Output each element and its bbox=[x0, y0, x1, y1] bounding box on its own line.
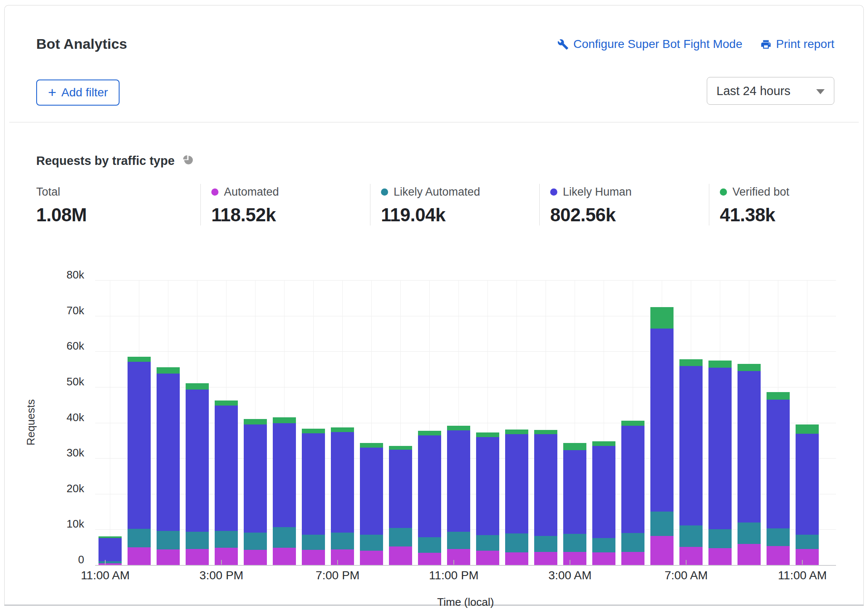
bar-segment-verified-bot[interactable] bbox=[505, 430, 528, 434]
bar-segment-likely-automated[interactable] bbox=[738, 522, 761, 544]
bar-segment-likely-human[interactable] bbox=[128, 362, 151, 529]
bar-segment-likely-automated[interactable] bbox=[331, 533, 354, 549]
bar-segment-likely-human[interactable] bbox=[302, 433, 325, 535]
bar-segment-automated[interactable] bbox=[592, 552, 615, 565]
bar-segment-automated[interactable] bbox=[563, 552, 586, 565]
stat-automated[interactable]: Automated118.52k bbox=[200, 184, 370, 225]
bar-segment-verified-bot[interactable] bbox=[592, 441, 615, 446]
bar-4-00-pm[interactable] bbox=[244, 419, 267, 565]
bar-segment-likely-human[interactable] bbox=[621, 426, 644, 533]
bar-segment-verified-bot[interactable] bbox=[273, 417, 296, 423]
bar-segment-automated[interactable] bbox=[505, 552, 528, 565]
bar-segment-likely-automated[interactable] bbox=[157, 531, 180, 549]
bar-segment-likely-human[interactable] bbox=[679, 366, 703, 525]
bar-segment-likely-human[interactable] bbox=[186, 390, 209, 532]
bar-2-00-am[interactable] bbox=[534, 430, 557, 565]
bar-segment-verified-bot[interactable] bbox=[796, 424, 819, 434]
bar-segment-verified-bot[interactable] bbox=[418, 431, 441, 435]
bar-1-00-am[interactable] bbox=[505, 430, 528, 565]
bar-segment-likely-human[interactable] bbox=[331, 432, 354, 533]
bar-segment-automated[interactable] bbox=[796, 549, 819, 565]
bar-segment-automated[interactable] bbox=[650, 536, 674, 565]
bar-segment-likely-automated[interactable] bbox=[244, 533, 267, 550]
bar-segment-verified-bot[interactable] bbox=[476, 432, 499, 437]
bar-segment-automated[interactable] bbox=[389, 546, 412, 565]
bar-segment-likely-automated[interactable] bbox=[476, 535, 499, 551]
bar-segment-likely-automated[interactable] bbox=[767, 528, 790, 546]
bar-11-00-am[interactable] bbox=[99, 536, 122, 565]
bar-segment-automated[interactable] bbox=[360, 551, 383, 565]
bar-3-00-am[interactable] bbox=[563, 443, 586, 565]
bar-segment-automated[interactable] bbox=[418, 553, 441, 565]
bar-segment-likely-automated[interactable] bbox=[128, 529, 151, 547]
bar-segment-automated[interactable] bbox=[215, 548, 238, 565]
bar-segment-verified-bot[interactable] bbox=[708, 361, 732, 368]
bar-segment-likely-human[interactable] bbox=[767, 400, 790, 528]
bar-segment-verified-bot[interactable] bbox=[534, 430, 557, 434]
bar-segment-likely-automated[interactable] bbox=[302, 535, 325, 550]
bar-segment-verified-bot[interactable] bbox=[331, 427, 354, 432]
configure-super-bot-fight-mode-link[interactable]: Configure Super Bot Fight Mode bbox=[557, 37, 743, 51]
print-report-link[interactable]: Print report bbox=[760, 37, 835, 51]
bar-5-00-pm[interactable] bbox=[273, 417, 296, 565]
bar-segment-verified-bot[interactable] bbox=[650, 307, 674, 329]
bar-segment-verified-bot[interactable] bbox=[302, 429, 325, 433]
bar-4-00-am[interactable] bbox=[592, 441, 615, 565]
bar-segment-verified-bot[interactable] bbox=[215, 400, 238, 406]
bar-segment-likely-human[interactable] bbox=[592, 446, 615, 538]
bar-segment-automated[interactable] bbox=[302, 550, 325, 565]
bar-segment-likely-automated[interactable] bbox=[796, 535, 819, 549]
bar-segment-verified-bot[interactable] bbox=[389, 446, 412, 450]
bar-segment-likely-human[interactable] bbox=[505, 434, 528, 533]
bar-segment-verified-bot[interactable] bbox=[186, 383, 209, 389]
bar-segment-likely-human[interactable] bbox=[476, 437, 499, 535]
bar-segment-likely-human[interactable] bbox=[796, 434, 819, 535]
bar-segment-automated[interactable] bbox=[621, 552, 644, 565]
stat-likely-automated[interactable]: Likely Automated119.04k bbox=[370, 184, 539, 225]
bar-segment-likely-human[interactable] bbox=[273, 423, 296, 527]
bar-1-00-pm[interactable] bbox=[157, 367, 180, 565]
bar-6-00-pm[interactable] bbox=[302, 429, 325, 565]
bar-segment-likely-automated[interactable] bbox=[273, 527, 296, 548]
bar-segment-automated[interactable] bbox=[128, 547, 151, 565]
bar-segment-automated[interactable] bbox=[186, 549, 209, 565]
bar-segment-likely-human[interactable] bbox=[650, 329, 674, 512]
bar-segment-likely-automated[interactable] bbox=[679, 525, 703, 547]
bar-7-00-pm[interactable] bbox=[331, 427, 354, 565]
bar-9-00-pm[interactable] bbox=[389, 446, 412, 565]
bar-segment-automated[interactable] bbox=[738, 544, 761, 565]
bar-7-00-am[interactable] bbox=[679, 359, 703, 565]
bar-segment-automated[interactable] bbox=[447, 549, 470, 565]
bar-segment-likely-human[interactable] bbox=[157, 374, 180, 531]
bar-10-00-am[interactable] bbox=[767, 392, 790, 565]
bar-11-00-pm[interactable] bbox=[447, 426, 470, 565]
bar-12-00-pm[interactable] bbox=[128, 357, 151, 565]
bar-9-00-am[interactable] bbox=[738, 364, 761, 565]
bar-5-00-am[interactable] bbox=[621, 421, 644, 565]
bar-segment-likely-automated[interactable] bbox=[592, 538, 615, 553]
bar-segment-likely-human[interactable] bbox=[215, 406, 238, 531]
bar-segment-automated[interactable] bbox=[99, 563, 122, 565]
bar-segment-likely-automated[interactable] bbox=[418, 537, 441, 553]
bar-segment-likely-human[interactable] bbox=[563, 450, 586, 534]
bar-8-00-am[interactable] bbox=[708, 361, 732, 565]
bar-segment-automated[interactable] bbox=[244, 550, 267, 565]
bar-segment-likely-automated[interactable] bbox=[563, 534, 586, 552]
bar-segment-likely-automated[interactable] bbox=[708, 529, 732, 548]
bar-12-00-am[interactable] bbox=[476, 432, 499, 565]
add-filter-button[interactable]: + Add filter bbox=[36, 80, 120, 106]
bar-segment-likely-human[interactable] bbox=[534, 434, 557, 536]
bar-segment-likely-automated[interactable] bbox=[389, 528, 412, 546]
bar-segment-likely-automated[interactable] bbox=[186, 532, 209, 549]
bar-segment-verified-bot[interactable] bbox=[767, 392, 790, 400]
bar-segment-likely-human[interactable] bbox=[389, 450, 412, 528]
stat-verified-bot[interactable]: Verified bot41.38k bbox=[709, 184, 834, 225]
bar-segment-automated[interactable] bbox=[331, 549, 354, 565]
bar-segment-verified-bot[interactable] bbox=[621, 421, 644, 426]
bar-segment-likely-human[interactable] bbox=[418, 435, 441, 537]
bar-segment-verified-bot[interactable] bbox=[738, 364, 761, 371]
bar-segment-likely-human[interactable] bbox=[708, 368, 732, 529]
bar-3-00-pm[interactable] bbox=[215, 400, 238, 565]
bar-segment-likely-automated[interactable] bbox=[621, 533, 644, 552]
bar-segment-automated[interactable] bbox=[679, 547, 703, 565]
